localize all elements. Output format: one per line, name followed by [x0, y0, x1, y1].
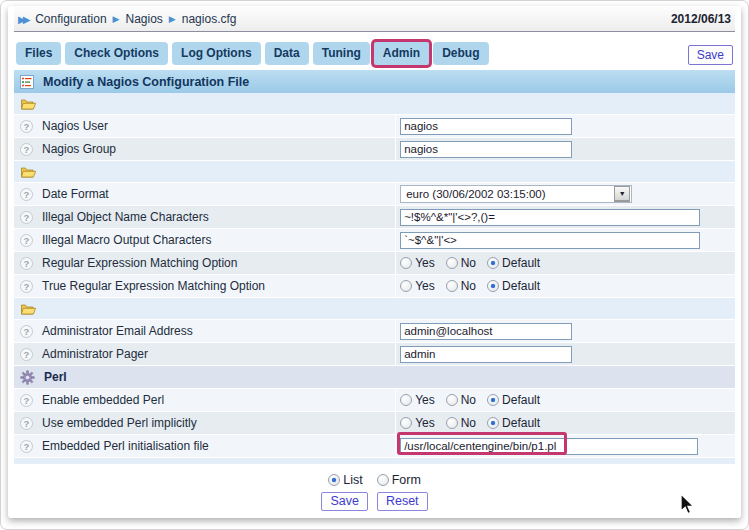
dropdown-arrow-icon[interactable]: ▼ [614, 186, 630, 202]
use-embedded-perl-implicitly-radio-yes[interactable]: Yes [400, 416, 435, 430]
radio-label: Default [502, 416, 540, 430]
administrator-email-address-input[interactable] [400, 323, 572, 340]
save-button-top[interactable]: Save [688, 45, 733, 65]
current-date: 2012/06/13 [671, 12, 731, 26]
help-icon[interactable]: ? [20, 417, 33, 430]
form-row-true-regular-expression-matching-option: ?True Regular Expression Matching Option… [14, 275, 735, 298]
enable-embedded-perl-radio-group: YesNoDefault [400, 393, 547, 407]
field-label: Regular Expression Matching Option [42, 256, 237, 270]
radio-icon[interactable] [487, 394, 499, 406]
value-cell [396, 206, 735, 228]
radio-icon[interactable] [377, 474, 389, 486]
radio-icon[interactable] [400, 417, 412, 429]
tab-admin[interactable]: Admin [374, 42, 429, 65]
value-cell: YesNoDefault [396, 275, 735, 297]
tab-tuning[interactable]: Tuning [313, 42, 370, 65]
breadcrumb-item-nagios[interactable]: Nagios [125, 12, 162, 26]
breadcrumb-item-nagios-cfg[interactable]: nagios.cfg [182, 12, 237, 26]
radio-icon[interactable] [400, 394, 412, 406]
help-icon[interactable]: ? [20, 394, 33, 407]
view-mode-radios: ListForm [14, 473, 735, 487]
reset-button[interactable]: Reset [377, 492, 428, 511]
radio-label: Form [392, 473, 421, 487]
radio-icon[interactable] [487, 257, 499, 269]
form-table: ?Nagios User?Nagios Group?Date Formateur… [14, 93, 735, 458]
illegal-object-name-characters-input[interactable] [400, 209, 700, 226]
radio-icon[interactable] [446, 257, 458, 269]
form-row-embedded-perl-initialisation-file: ?Embedded Perl initialisation file [14, 435, 735, 458]
form-footer: ListForm Save Reset [14, 473, 735, 511]
save-button[interactable]: Save [321, 492, 368, 511]
true-regular-expression-matching-option-radio-yes[interactable]: Yes [400, 279, 435, 293]
tab-debug[interactable]: Debug [433, 42, 488, 65]
view-mode-form[interactable]: Form [377, 473, 421, 487]
label-cell: ?Nagios User [14, 115, 396, 137]
regular-expression-matching-option-radio-yes[interactable]: Yes [400, 256, 435, 270]
radio-icon[interactable] [400, 280, 412, 292]
illegal-macro-output-characters-input[interactable] [400, 232, 700, 249]
radio-label: Yes [415, 393, 435, 407]
enable-embedded-perl-radio-default[interactable]: Default [487, 393, 540, 407]
field-label: Use embedded Perl implicitly [42, 416, 197, 430]
select-value: euro (30/06/2002 03:15:00) [401, 188, 613, 200]
radio-icon[interactable] [446, 394, 458, 406]
use-embedded-perl-implicitly-radio-no[interactable]: No [446, 416, 476, 430]
nagios-group-input[interactable] [400, 141, 572, 158]
form-row-regular-expression-matching-option: ?Regular Expression Matching OptionYesNo… [14, 252, 735, 275]
radio-icon[interactable] [446, 280, 458, 292]
help-icon[interactable]: ? [20, 120, 33, 133]
field-label: Date Format [42, 187, 109, 201]
help-icon[interactable]: ? [20, 143, 33, 156]
enable-embedded-perl-radio-yes[interactable]: Yes [400, 393, 435, 407]
radio-icon[interactable] [400, 257, 412, 269]
use-embedded-perl-implicitly-radio-default[interactable]: Default [487, 416, 540, 430]
help-icon[interactable]: ? [20, 211, 33, 224]
value-cell: euro (30/06/2002 03:15:00)▼ [396, 183, 735, 205]
tab-data[interactable]: Data [265, 42, 309, 65]
radio-label: No [461, 416, 476, 430]
tab-files[interactable]: Files [16, 42, 61, 65]
view-mode-list[interactable]: List [328, 473, 362, 487]
date-format-select[interactable]: euro (30/06/2002 03:15:00)▼ [400, 185, 632, 203]
radio-icon[interactable] [446, 417, 458, 429]
folder-icon [20, 97, 37, 111]
radio-icon[interactable] [487, 417, 499, 429]
radio-icon[interactable] [328, 474, 340, 486]
true-regular-expression-matching-option-radio-no[interactable]: No [446, 279, 476, 293]
field-label: Illegal Macro Output Characters [42, 233, 211, 247]
window-frame: ▶▶ Configuration▶Nagios▶nagios.cfg 2012/… [0, 0, 749, 530]
breadcrumb-item-configuration[interactable]: Configuration [35, 12, 106, 26]
form-row-illegal-object-name-characters: ?Illegal Object Name Characters [14, 206, 735, 229]
field-label: Enable embedded Perl [42, 393, 164, 407]
administrator-pager-input[interactable] [400, 346, 572, 363]
regular-expression-matching-option-radio-default[interactable]: Default [487, 256, 540, 270]
help-icon[interactable]: ? [20, 257, 33, 270]
help-icon[interactable]: ? [20, 234, 33, 247]
mouse-cursor [677, 492, 695, 516]
help-icon[interactable]: ? [20, 440, 33, 453]
form-row-nagios-user: ?Nagios User [14, 115, 735, 138]
true-regular-expression-matching-option-radio-group: YesNoDefault [400, 279, 547, 293]
true-regular-expression-matching-option-radio-default[interactable]: Default [487, 279, 540, 293]
radio-label: No [461, 256, 476, 270]
tab-check-options[interactable]: Check Options [65, 42, 168, 65]
value-cell [396, 435, 735, 457]
tab-log-options[interactable]: Log Options [172, 42, 261, 65]
form-row-date-format: ?Date Formateuro (30/06/2002 03:15:00)▼ [14, 183, 735, 206]
field-label: Embedded Perl initialisation file [42, 439, 209, 453]
regular-expression-matching-option-radio-no[interactable]: No [446, 256, 476, 270]
regular-expression-matching-option-radio-group: YesNoDefault [400, 256, 547, 270]
page-title-bar: Modify a Nagios Configuration File [14, 70, 735, 93]
gear-icon [20, 370, 35, 385]
enable-embedded-perl-radio-no[interactable]: No [446, 393, 476, 407]
embedded-perl-initialisation-file-input[interactable] [400, 438, 698, 455]
help-icon[interactable]: ? [20, 348, 33, 361]
tab-bar: FilesCheck OptionsLog OptionsDataTuningA… [14, 41, 735, 65]
nagios-user-input[interactable] [400, 118, 572, 135]
breadcrumb: ▶▶ Configuration▶Nagios▶nagios.cfg [18, 12, 236, 26]
form-row-nagios-group: ?Nagios Group [14, 138, 735, 161]
help-icon[interactable]: ? [20, 280, 33, 293]
help-icon[interactable]: ? [20, 325, 33, 338]
radio-icon[interactable] [487, 280, 499, 292]
help-icon[interactable]: ? [20, 188, 33, 201]
